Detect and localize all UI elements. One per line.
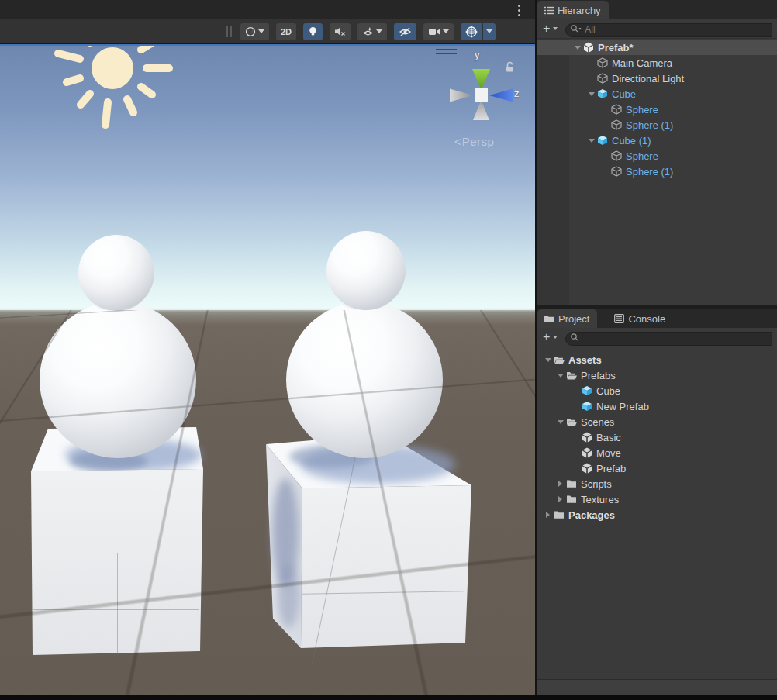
project-panel: Project Console + Assets: [537, 309, 777, 695]
focus-indicator-line: [0, 44, 535, 46]
item-label: Sphere (1): [626, 166, 673, 178]
item-label: Move: [596, 447, 621, 459]
hidden-objects-toggle-button[interactable]: [394, 23, 416, 40]
project-row[interactable]: New Prefab: [537, 398, 777, 414]
project-row[interactable]: Cube: [537, 383, 777, 398]
gizmos-toggle-button[interactable]: [461, 23, 482, 40]
2d-toggle-button[interactable]: 2D: [276, 23, 296, 40]
expander-icon[interactable]: [543, 358, 553, 362]
gameobject-icon: [610, 119, 623, 131]
folder-open-icon: [565, 416, 578, 428]
tab-project-label: Project: [558, 313, 589, 325]
item-label: New Prefab: [596, 401, 649, 412]
project-row[interactable]: Assets: [537, 352, 777, 367]
expander-icon[interactable]: [555, 481, 565, 487]
project-row[interactable]: Textures: [537, 491, 777, 507]
grid-line: [33, 609, 199, 610]
scene-view-tabbar: [0, 0, 535, 19]
expander-icon[interactable]: [543, 512, 553, 518]
hierarchy-list-icon: [544, 6, 554, 15]
gameobject-icon: [610, 150, 623, 162]
expander-icon[interactable]: [572, 46, 582, 50]
hierarchy-row[interactable]: Main Camera: [537, 55, 777, 71]
lock-icon[interactable]: [504, 60, 516, 73]
unity-scene-icon: [581, 432, 593, 443]
expander-icon[interactable]: [555, 496, 565, 502]
item-label: Scenes: [581, 416, 614, 428]
project-row[interactable]: Move: [537, 445, 777, 460]
project-row[interactable]: Prefabs: [537, 367, 777, 383]
project-row[interactable]: Scripts: [537, 476, 777, 491]
expander-icon[interactable]: [555, 374, 565, 378]
camera-overlay-button[interactable]: [423, 23, 454, 40]
axis-y-cone[interactable]: [472, 69, 490, 90]
axis-down-cone[interactable]: [473, 100, 489, 120]
project-searchbox: [565, 330, 772, 344]
add-button[interactable]: +: [543, 331, 550, 343]
chevron-down-icon[interactable]: [553, 336, 558, 339]
effects-icon: [362, 26, 374, 37]
tab-console[interactable]: Console: [608, 309, 673, 328]
gizmo-sphere-icon: [465, 26, 478, 38]
expander-icon[interactable]: [586, 139, 596, 143]
expander-icon[interactable]: [586, 92, 596, 96]
hierarchy-search-input[interactable]: [565, 23, 772, 37]
item-label: Assets: [568, 354, 602, 366]
chevron-down-icon[interactable]: [553, 27, 558, 30]
gameobject-icon: [610, 104, 623, 116]
unity-scene-icon: [581, 463, 593, 474]
project-footer-bar: [537, 679, 777, 695]
projection-toggle[interactable]: <Persp: [454, 135, 494, 148]
expander-icon[interactable]: [555, 420, 565, 424]
hierarchy-row[interactable]: Cube: [537, 86, 777, 102]
scene-view-pane: 2D: [0, 0, 535, 700]
project-row[interactable]: Prefab: [537, 460, 777, 476]
chevron-down-icon: [258, 29, 264, 33]
prefab-cube-icon: [581, 401, 593, 412]
gizmos-dropdown-button[interactable]: [483, 23, 496, 40]
hierarchy-row[interactable]: Sphere: [537, 148, 777, 164]
axis-x-cone[interactable]: [450, 89, 473, 102]
hierarchy-tabbar: Hierarchy: [537, 0, 777, 19]
hierarchy-row[interactable]: Directional Light: [537, 71, 777, 86]
item-label: Cube: [612, 88, 636, 100]
hierarchy-row[interactable]: Sphere (1): [537, 164, 777, 179]
tab-project[interactable]: Project: [537, 309, 597, 328]
hierarchy-searchbox: [565, 22, 772, 36]
project-row[interactable]: Packages: [537, 507, 777, 522]
project-row[interactable]: Basic: [537, 429, 777, 445]
2d-label: 2D: [281, 27, 292, 36]
shading-mode-button[interactable]: [240, 23, 269, 40]
prefab-cube-icon: [596, 135, 609, 147]
axis-z-label: z: [514, 88, 520, 99]
snowman-left-small-sphere[interactable]: [78, 235, 154, 311]
effects-toggle-button[interactable]: [357, 23, 387, 40]
item-label: Packages: [568, 509, 615, 521]
toolbar-drag-handle-icon[interactable]: [226, 26, 232, 37]
overlay-handle-icon[interactable]: [436, 49, 457, 50]
audio-toggle-button[interactable]: [330, 23, 351, 40]
snowman-right-small-sphere[interactable]: [326, 231, 406, 310]
scene-viewport: y z <Persp: [0, 44, 535, 695]
axis-y-label: y: [475, 49, 480, 60]
project-row[interactable]: Scenes: [537, 414, 777, 429]
axis-z-cone[interactable]: [489, 89, 513, 102]
gizmo-center-cube[interactable]: [475, 88, 488, 102]
project-search-input[interactable]: [565, 332, 772, 346]
hierarchy-row[interactable]: Cube (1): [537, 133, 777, 148]
add-button[interactable]: +: [543, 22, 550, 35]
right-panel-column: Hierarchy + Prefab*: [535, 0, 777, 700]
item-label: Basic: [596, 432, 621, 443]
chevron-down-icon: [376, 29, 382, 33]
hierarchy-row[interactable]: Sphere: [537, 102, 777, 117]
hierarchy-row[interactable]: Prefab*: [537, 40, 777, 55]
snowman-right-big-sphere[interactable]: [286, 302, 443, 458]
bulb-icon: [308, 26, 318, 37]
prefab-cube-icon: [581, 385, 593, 397]
kebab-menu-icon[interactable]: [513, 2, 524, 18]
tab-hierarchy[interactable]: Hierarchy: [537, 1, 609, 19]
lighting-toggle-button[interactable]: [303, 23, 323, 40]
folder-closed-icon: [565, 478, 578, 490]
snowman-left-big-sphere[interactable]: [40, 302, 196, 458]
hierarchy-row[interactable]: Sphere (1): [537, 117, 777, 133]
